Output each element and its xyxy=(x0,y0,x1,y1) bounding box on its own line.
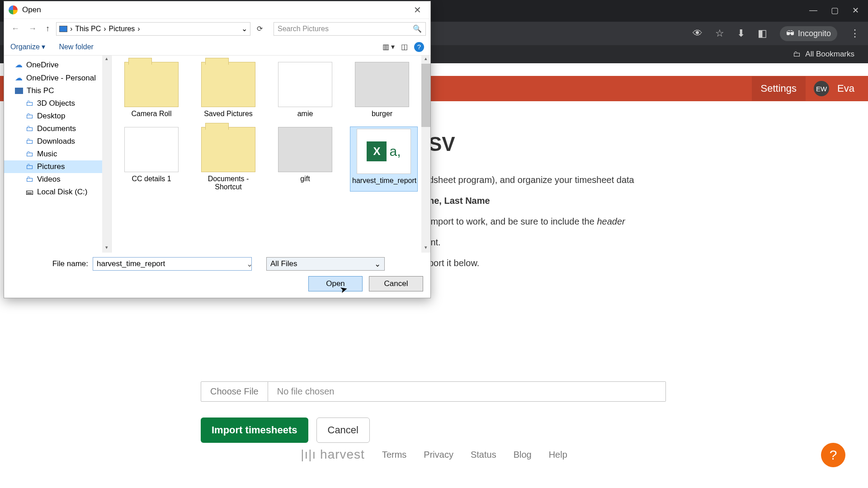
tree-item-onedrive-personal[interactable]: ☁OneDrive - Personal xyxy=(4,71,111,84)
downloads-icon[interactable]: ⬇ xyxy=(737,28,745,39)
dialog-title: Open xyxy=(22,5,41,14)
folder-icon: 🗀 xyxy=(26,162,33,171)
tree-scrollbar[interactable]: ▴▾ xyxy=(102,56,111,253)
search-box[interactable]: Search Pictures 🔍 xyxy=(274,22,426,36)
dialog-cancel-button[interactable]: Cancel xyxy=(369,276,423,291)
path-dropdown-icon[interactable]: ⌄ xyxy=(241,24,247,33)
page-desc-3: port it below. xyxy=(429,256,682,270)
tree-label: Downloads xyxy=(37,137,75,146)
new-folder-button[interactable]: New folder xyxy=(59,43,93,51)
files-scrollbar[interactable]: ▴▾ xyxy=(421,56,430,253)
open-button[interactable]: Open xyxy=(308,276,363,291)
refresh-button[interactable]: ⟳ xyxy=(254,24,265,33)
tree-item-desktop[interactable]: 🗀Desktop xyxy=(4,110,111,122)
bookmark-star-icon[interactable]: ☆ xyxy=(715,28,724,39)
organize-menu[interactable]: Organize ▾ xyxy=(10,42,45,51)
tree-item-pictures[interactable]: 🗀Pictures xyxy=(4,160,111,173)
tree-label: 3D Objects xyxy=(37,99,75,108)
search-icon: 🔍 xyxy=(413,24,422,33)
choose-file-button[interactable]: Choose File xyxy=(201,381,268,402)
csv-file-icon: Xa, xyxy=(357,129,411,174)
folder-icon: 🗀 xyxy=(26,150,33,159)
settings-link[interactable]: Settings xyxy=(752,76,806,101)
file-item-saved-pictures[interactable]: Saved Pictures xyxy=(197,62,260,118)
folder-icon: 🗀 xyxy=(26,124,33,133)
user-avatar[interactable]: EW xyxy=(814,81,829,96)
dialog-close-button[interactable]: ✕ xyxy=(409,3,426,17)
tree-item-onedrive[interactable]: ☁OneDrive xyxy=(4,58,111,71)
file-item-documents-shortcut[interactable]: Documents - Shortcut xyxy=(197,127,260,191)
image-thumbnail xyxy=(278,62,332,107)
bookmarks-folder-icon: 🗀 xyxy=(793,50,801,59)
file-list: Camera RollSaved PicturesamieburgerCC de… xyxy=(112,56,430,253)
help-fab[interactable]: ? xyxy=(821,443,845,467)
filename-label: File name: xyxy=(11,259,88,268)
file-label: burger xyxy=(350,110,414,118)
file-item-cc-details-1[interactable]: CC details 1 xyxy=(120,127,183,191)
preview-pane-button[interactable]: ◫ xyxy=(401,42,408,51)
footer-link-help[interactable]: Help xyxy=(549,450,567,460)
file-item-harvest-time-report[interactable]: Xa,harvest_time_report xyxy=(350,127,417,191)
cancel-button[interactable]: Cancel xyxy=(316,418,370,443)
page-desc-2b: int. xyxy=(429,235,682,249)
dialog-titlebar: Open ✕ xyxy=(4,1,430,19)
path-seg-thispc[interactable]: This PC xyxy=(75,25,101,33)
tree-item-documents[interactable]: 🗀Documents xyxy=(4,122,111,135)
path-sep: › xyxy=(70,25,72,33)
dialog-help-button[interactable]: ? xyxy=(414,42,424,52)
harvest-logo: |ı|ı harvest xyxy=(301,447,365,462)
user-name[interactable]: Eva xyxy=(837,83,854,94)
view-mode-button[interactable]: ▥ ▾ xyxy=(382,42,395,51)
file-item-gift[interactable]: gift xyxy=(274,127,337,191)
tree-item-downloads[interactable]: 🗀Downloads xyxy=(4,135,111,148)
browser-menu-icon[interactable]: ⋮ xyxy=(850,28,860,39)
footer-link-blog[interactable]: Blog xyxy=(514,450,532,460)
page-desc-2: import to work, and be sure to include t… xyxy=(429,214,682,229)
file-label: gift xyxy=(274,175,337,183)
all-bookmarks-link[interactable]: All Bookmarks xyxy=(805,50,854,59)
incognito-badge[interactable]: 🕶 Incognito xyxy=(780,26,837,41)
file-item-amie[interactable]: amie xyxy=(274,62,337,118)
side-panel-icon[interactable]: ◧ xyxy=(758,28,767,39)
breadcrumb-path[interactable]: › This PC › Pictures › ⌄ xyxy=(56,22,250,36)
chrome-favicon xyxy=(9,5,18,14)
window-maximize[interactable]: ▢ xyxy=(831,5,839,15)
import-timesheets-button[interactable]: Import timesheets xyxy=(201,418,308,443)
window-minimize[interactable]: — xyxy=(809,5,817,15)
file-type-filter[interactable]: All Files ⌄ xyxy=(266,257,385,271)
tree-item-music[interactable]: 🗀Music xyxy=(4,148,111,160)
tree-item-this-pc[interactable]: This PC xyxy=(4,84,111,97)
file-label: Camera Roll xyxy=(120,110,183,118)
cloud-icon: ☁ xyxy=(15,73,23,83)
tree-label: OneDrive - Personal xyxy=(26,74,96,83)
filename-dropdown-icon[interactable]: ⌄ xyxy=(246,259,253,269)
footer-link-privacy[interactable]: Privacy xyxy=(424,450,453,460)
nav-up-button[interactable]: ↑ xyxy=(43,23,52,34)
tracking-eye-icon[interactable]: 👁 xyxy=(693,28,703,39)
file-item-burger[interactable]: burger xyxy=(350,62,414,118)
window-close[interactable]: ✕ xyxy=(852,5,859,15)
file-item-camera-roll[interactable]: Camera Roll xyxy=(120,62,183,118)
filter-value: All Files xyxy=(270,259,297,268)
path-seg-pictures[interactable]: Pictures xyxy=(109,25,135,33)
file-label: CC details 1 xyxy=(120,175,183,183)
folder-icon xyxy=(124,62,179,107)
folder-tree: ☁OneDrive☁OneDrive - PersonalThis PC🗀3D … xyxy=(4,56,112,253)
cloud-icon: ☁ xyxy=(15,60,23,70)
tree-item-local-disk-c-[interactable]: 🖴Local Disk (C:) xyxy=(4,186,111,198)
tree-label: Local Disk (C:) xyxy=(37,188,87,197)
nav-back-button[interactable]: ← xyxy=(9,23,22,34)
file-input-row: Choose File No file chosen xyxy=(201,381,666,402)
file-open-dialog: Open ✕ ← → ↑ › This PC › Pictures › ⌄ ⟳ … xyxy=(4,1,431,298)
footer-link-status[interactable]: Status xyxy=(471,450,496,460)
image-thumbnail xyxy=(124,127,179,172)
filename-input[interactable] xyxy=(93,257,252,271)
tree-item-3d-objects[interactable]: 🗀3D Objects xyxy=(4,97,111,110)
page-desc-1: dsheet program), and organize your times… xyxy=(429,173,682,187)
filter-dropdown-icon: ⌄ xyxy=(374,259,381,269)
disk-icon: 🖴 xyxy=(26,188,33,197)
folder-icon: 🗀 xyxy=(26,175,33,184)
tree-item-videos[interactable]: 🗀Videos xyxy=(4,173,111,186)
footer-link-terms[interactable]: Terms xyxy=(382,450,406,460)
nav-forward-button[interactable]: → xyxy=(26,23,39,34)
